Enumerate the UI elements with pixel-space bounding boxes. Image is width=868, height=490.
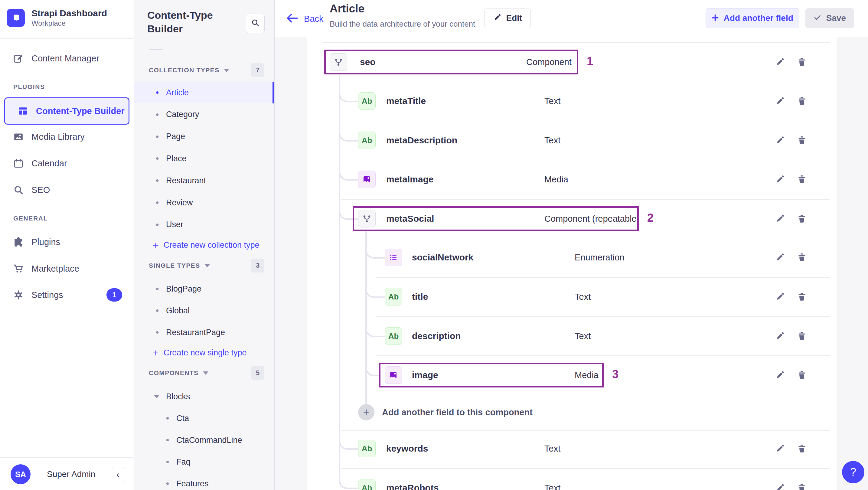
- delete-field-button[interactable]: [795, 133, 809, 147]
- action-label: Create new collection type: [164, 241, 259, 250]
- add-field-label: Add another field: [724, 13, 793, 23]
- item-label: RestaurantPage: [166, 328, 225, 337]
- delete-field-button[interactable]: [795, 329, 809, 343]
- text-field-icon: Ab: [385, 288, 402, 306]
- field-type: Text: [545, 444, 560, 454]
- delete-field-button[interactable]: [795, 481, 809, 490]
- edit-field-button[interactable]: [773, 250, 787, 264]
- edit-field-button[interactable]: [773, 133, 787, 147]
- caret-down-icon: [154, 395, 159, 398]
- back-link[interactable]: Back: [286, 11, 323, 26]
- collection-type-restaurant[interactable]: •Restaurant: [134, 170, 274, 191]
- edit-field-button[interactable]: [773, 94, 787, 108]
- text-field-icon: Ab: [358, 479, 376, 490]
- pencil-icon: [493, 13, 501, 23]
- single-type-restaurantpage[interactable]: •RestaurantPage: [134, 321, 274, 343]
- component-ctacommandline[interactable]: •CtaCommandLine: [134, 429, 274, 451]
- add-another-field-button[interactable]: + Add another field: [706, 8, 799, 28]
- edit-field-button[interactable]: [773, 290, 787, 304]
- delete-field-button[interactable]: [795, 94, 809, 108]
- sidebar-item-content-type-builder[interactable]: Content-Type Builder: [4, 97, 129, 125]
- item-label: Cta: [176, 414, 189, 423]
- delete-field-button[interactable]: [795, 173, 809, 186]
- app-sidebar: Strapi Dashboard Workplace Content Manag…: [0, 0, 134, 490]
- media-icon: [358, 171, 376, 188]
- component-features[interactable]: •Features: [134, 473, 274, 490]
- edit-field-button[interactable]: [773, 329, 787, 343]
- section-header-components[interactable]: COMPONENTS: [149, 366, 208, 380]
- field-row-metatitle: AbmetaTitleText: [307, 82, 837, 120]
- collection-type-user[interactable]: •User: [134, 214, 274, 236]
- help-button[interactable]: ?: [842, 461, 864, 483]
- delete-field-button[interactable]: [795, 441, 809, 456]
- cart-icon: [13, 264, 24, 274]
- collection-type-category[interactable]: •Category: [134, 104, 274, 125]
- single-type-blogpage[interactable]: •BlogPage: [134, 278, 274, 300]
- plus-icon: +: [153, 347, 159, 359]
- item-label: CtaCommandLine: [176, 435, 242, 445]
- section-header-single-types[interactable]: SINGLE TYPES: [149, 258, 210, 273]
- nav-section-plugins: PLUGINS: [13, 83, 45, 90]
- sidebar-item-label: SEO: [31, 185, 50, 195]
- field-row-keywords: AbkeywordsText: [307, 429, 837, 468]
- edit-field-button[interactable]: [773, 368, 787, 382]
- field-type: Enumeration: [575, 252, 624, 263]
- bullet-icon: •: [153, 220, 162, 230]
- component-faq[interactable]: •Faq: [134, 451, 274, 473]
- edit-field-button[interactable]: [773, 173, 787, 186]
- delete-field-button[interactable]: [795, 250, 809, 264]
- sidebar-item-settings[interactable]: Settings1: [0, 283, 134, 307]
- search-icon: [251, 19, 259, 28]
- section-header-label: SINGLE TYPES: [149, 262, 200, 269]
- workspace-header[interactable]: Strapi Dashboard Workplace: [7, 8, 107, 28]
- sidebar-item-plugins[interactable]: Plugins: [0, 230, 134, 254]
- delete-field-button[interactable]: [795, 212, 809, 226]
- sidebar-item-seo[interactable]: SEO: [0, 178, 134, 202]
- field-type: Text: [575, 331, 591, 341]
- group-label: Blocks: [166, 392, 190, 401]
- annotation-number-2: 2: [647, 211, 654, 224]
- edit-field-button[interactable]: [773, 212, 787, 226]
- single-type-global[interactable]: •Global: [134, 300, 274, 321]
- edit-field-button[interactable]: [773, 441, 787, 456]
- text-field-icon: Ab: [358, 92, 376, 110]
- field-name: title: [412, 292, 428, 302]
- edit-button[interactable]: Edit: [484, 8, 531, 28]
- edit-field-button[interactable]: [773, 481, 787, 490]
- component-group-blocks[interactable]: Blocks: [134, 386, 274, 407]
- sidebar-collapse-button[interactable]: ‹: [111, 467, 125, 482]
- field-row-socialnetwork: socialNetworkEnumeration: [307, 238, 837, 277]
- enumeration-icon: [385, 249, 402, 266]
- delete-field-button[interactable]: [795, 290, 809, 304]
- create-single-type-link[interactable]: +Create new single type: [153, 342, 247, 364]
- section-header-collection-types[interactable]: COLLECTION TYPES: [149, 63, 229, 77]
- sidebar-item-calendar[interactable]: Calendar: [0, 152, 134, 175]
- component-cta[interactable]: •Cta: [134, 407, 274, 429]
- field-type: Component: [526, 57, 571, 67]
- bullet-icon: •: [153, 306, 162, 316]
- save-button[interactable]: Save: [805, 8, 854, 28]
- panel-search-button[interactable]: [246, 13, 265, 33]
- add-field-to-component-button[interactable]: +: [358, 404, 374, 421]
- field-row-metadescription: AbmetaDescriptionText: [307, 121, 837, 160]
- field-type: Text: [545, 135, 560, 146]
- item-label: Review: [166, 198, 193, 208]
- field-name: seo: [360, 57, 376, 67]
- collection-type-article[interactable]: •Article: [134, 82, 274, 103]
- collection-type-page[interactable]: •Page: [134, 126, 274, 148]
- sidebar-item-marketplace[interactable]: Marketplace: [0, 257, 134, 280]
- field-name: metaImage: [386, 174, 434, 184]
- edit-field-button[interactable]: [773, 55, 787, 69]
- collection-type-review[interactable]: •Review: [134, 192, 274, 214]
- collection-type-place[interactable]: •Place: [134, 148, 274, 170]
- sidebar-item-media-library[interactable]: Media Library: [0, 125, 134, 149]
- sidebar-item-content-manager[interactable]: Content Manager: [0, 47, 134, 70]
- delete-field-button[interactable]: [795, 55, 809, 69]
- active-item-indicator: [273, 82, 274, 103]
- bullet-icon: •: [163, 457, 172, 467]
- bullet-icon: •: [163, 479, 172, 489]
- delete-field-button[interactable]: [795, 368, 809, 382]
- create-collection-type-link[interactable]: +Create new collection type: [153, 234, 259, 256]
- bullet-icon: •: [153, 176, 162, 186]
- field-name: image: [412, 370, 438, 380]
